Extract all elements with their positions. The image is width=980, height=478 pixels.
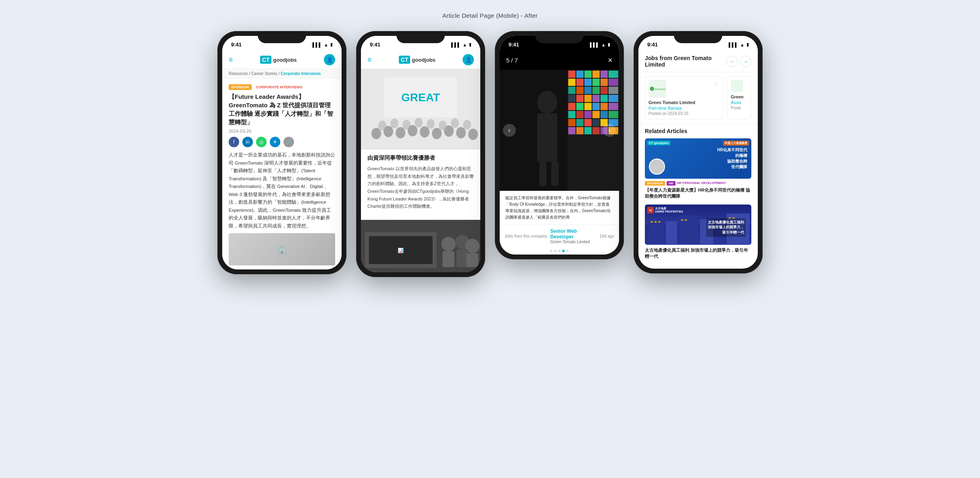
svg-rect-89 xyxy=(666,221,677,244)
svg-rect-45 xyxy=(592,79,600,86)
job-card-1[interactable]: GreenTomato ☆ Green Tomato Limited Part-… xyxy=(645,76,723,119)
svg-point-12 xyxy=(378,121,386,130)
svg-point-3 xyxy=(371,128,381,139)
page-title: Article Detail Page (Mobile) - After xyxy=(442,12,538,19)
swire-article-text-overlay: 太古地產優化員工福利加強市場上的競爭力，吸引年輕一代 xyxy=(705,217,747,238)
job-card-2[interactable]: Green Assis Poste xyxy=(727,76,751,119)
article-body-1: 人才是一所企業成功的基石，本地創新科技諮詢公司 GreenTomato 深明人才… xyxy=(229,151,335,230)
phone-1: 9:41 ▌▌▌ ▲ ▮ ≡ CT goodjobs 👤 Resources /… xyxy=(217,31,346,274)
wifi-icon-2: ▲ xyxy=(463,42,467,47)
related-article-title-2: 太古地產優化員工福利 加強市場上的競爭力，吸引年輕一代 xyxy=(645,247,751,260)
phone-4-screen: 9:41 ▌▌▌ ▲ ▮ Jobs from Green Tomato Limi… xyxy=(638,36,758,269)
svg-point-16 xyxy=(427,119,435,129)
svg-rect-65 xyxy=(609,103,618,110)
jobs-banner: Jobs from this company Senior Web Develo… xyxy=(500,225,619,247)
user-avatar-1[interactable]: 👤 xyxy=(324,54,335,65)
job-item-compact[interactable]: Senior Web Developer Green Tomato Limite… xyxy=(550,228,600,244)
phone-3-screen: 9:41 ▌▌▌ ▲ ▮ 5 / 7 × xyxy=(500,36,619,255)
sponsor-badge-1: SPONSOR xyxy=(229,84,252,90)
telegram-share-button[interactable]: ✈ xyxy=(270,137,280,147)
phone1-header: ≡ CT goodjobs 👤 xyxy=(222,51,342,69)
status-time-3: 9:41 xyxy=(509,42,519,48)
linkedin-share-button[interactable]: in xyxy=(242,137,253,147)
article-subtitle-2: 由資深同事帶領比賽優勝者 xyxy=(367,154,474,162)
jobs-from-company-title: Jobs from Green Tomato Limited xyxy=(645,55,726,68)
svg-rect-58 xyxy=(601,95,608,102)
svg-point-18 xyxy=(451,118,459,128)
status-time-4: 9:41 xyxy=(647,42,658,48)
dot-3 xyxy=(558,250,561,252)
svg-rect-80 xyxy=(584,127,592,134)
svg-rect-55 xyxy=(576,95,584,102)
breadcrumb-active: Corporate Interviews xyxy=(281,71,321,76)
breadcrumb-path: Resources / Career Stories / xyxy=(229,71,279,76)
svg-text:GreenTomato: GreenTomato xyxy=(655,88,665,90)
article-text-2: GreenTomato 以世界領先的產品啟發人們的心靈和思想，期望帶領及培育本地… xyxy=(367,165,474,210)
whatsapp-share-button[interactable]: ◎ xyxy=(256,137,267,147)
svg-rect-51 xyxy=(592,87,600,94)
signal-icon-2: ▌▌▌ xyxy=(451,42,461,47)
nav-prev-button[interactable]: ← xyxy=(726,56,738,67)
logo-ct-2: CT goodjobs xyxy=(399,56,436,64)
svg-rect-44 xyxy=(584,79,592,86)
svg-point-11 xyxy=(468,129,478,140)
wifi-icon-3: ▲ xyxy=(601,42,606,47)
svg-rect-96 xyxy=(658,221,661,223)
svg-point-10 xyxy=(456,127,466,138)
svg-rect-27 xyxy=(442,251,455,267)
gallery-dots xyxy=(500,247,619,255)
job-position-1: Part-time Barista xyxy=(648,106,719,111)
svg-rect-34 xyxy=(551,162,559,186)
company-logo-2 xyxy=(731,80,743,92)
phone2-article: 由資深同事帶領比賽優勝者 GreenTomato 以世界領先的產品啟發人們的心靈… xyxy=(361,150,480,220)
svg-rect-48 xyxy=(568,87,575,94)
nav-next-button[interactable]: → xyxy=(740,56,751,67)
dot-2 xyxy=(554,250,557,252)
svg-rect-33 xyxy=(539,162,546,186)
svg-point-85 xyxy=(650,87,654,91)
svg-point-13 xyxy=(390,119,398,128)
swire-building-img: H 太古地產SWIRE PROPERTIES xyxy=(645,205,751,245)
svg-rect-57 xyxy=(592,95,600,102)
logo-goodjobs-1: goodjobs xyxy=(273,57,297,63)
related-article-2[interactable]: H 太古地產SWIRE PROPERTIES xyxy=(645,205,751,260)
star-button-1[interactable]: ☆ xyxy=(713,80,719,89)
svg-rect-42 xyxy=(568,79,575,86)
phone2-hero-image: GREAT xyxy=(361,69,480,150)
company-name-2: Green xyxy=(731,94,748,99)
svg-rect-64 xyxy=(601,103,608,110)
notch-3 xyxy=(535,31,584,43)
svg-rect-81 xyxy=(592,127,600,134)
svg-rect-38 xyxy=(584,71,592,78)
copy-link-button[interactable]: 🔗 xyxy=(284,137,294,147)
gallery-next-button[interactable]: › xyxy=(603,124,616,137)
gallery-prev-button[interactable]: ‹ xyxy=(503,124,516,137)
job-title-compact[interactable]: Senior Web Developer xyxy=(550,228,600,240)
breadcrumb-1: Resources / Career Stories / Corporate I… xyxy=(222,69,342,79)
gallery-close-button[interactable]: × xyxy=(608,56,613,65)
svg-rect-69 xyxy=(592,111,600,118)
svg-point-14 xyxy=(402,120,411,129)
status-icons-3: ▌▌▌ ▲ ▮ xyxy=(590,42,610,47)
jobs-banner-label: Jobs from this company xyxy=(505,234,547,238)
related-article-1[interactable]: CT goodjobs 年度人力資源新星 HR化身不同世代的橋樑協助整合跨世代團… xyxy=(645,138,751,200)
user-avatar-2[interactable]: 👤 xyxy=(463,54,474,65)
hamburger-icon[interactable]: ≡ xyxy=(229,56,233,64)
signal-icon-3: ▌▌▌ xyxy=(590,42,599,47)
logo-goodjobs-2: goodjobs xyxy=(412,57,436,63)
svg-rect-41 xyxy=(609,71,618,78)
battery-icon-1: ▮ xyxy=(330,42,333,47)
gallery-article-text: 鑑定員工學習和發展的重要標準。在外，GreenTomato根據「Body Of … xyxy=(500,191,619,225)
social-icons-row: f in ◎ ✈ 🔗 xyxy=(229,137,335,147)
logo-ct-1: CT goodjobs xyxy=(260,56,297,64)
svg-rect-36 xyxy=(568,71,575,78)
phone-1-screen: 9:41 ▌▌▌ ▲ ▮ ≡ CT goodjobs 👤 Resources /… xyxy=(222,36,342,269)
svg-rect-68 xyxy=(584,111,592,118)
facebook-share-button[interactable]: f xyxy=(229,137,239,147)
logo-ct-box-2: CT xyxy=(399,56,411,64)
svg-rect-74 xyxy=(584,119,592,126)
logo-ct-box-1: CT xyxy=(260,56,272,64)
ct-logo-related-1: CT goodjobs xyxy=(647,141,670,145)
hamburger-icon-2[interactable]: ≡ xyxy=(367,56,372,64)
svg-rect-59 xyxy=(609,95,618,102)
